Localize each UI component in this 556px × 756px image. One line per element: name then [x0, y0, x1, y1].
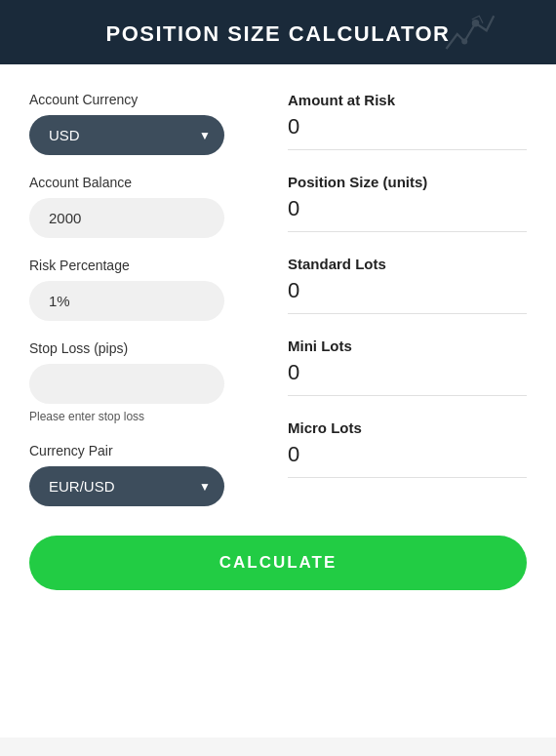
- standard-lots-value: 0: [288, 278, 527, 303]
- header-decoration-icon: [439, 10, 497, 59]
- standard-lots-label: Standard Lots: [288, 256, 527, 272]
- svg-point-1: [461, 39, 467, 45]
- position-size-label: Position Size (units): [288, 174, 527, 190]
- account-balance-group: Account Balance: [29, 175, 268, 238]
- calculate-button[interactable]: CALCULATE: [29, 536, 527, 590]
- main-content: Account Currency USD EUR GBP JPY ▼ Accou…: [0, 64, 556, 737]
- account-currency-select[interactable]: USD EUR GBP JPY: [29, 115, 224, 155]
- amount-at-risk-label: Amount at Risk: [288, 92, 527, 108]
- account-balance-input[interactable]: [29, 198, 224, 238]
- risk-percentage-group: Risk Percentage: [29, 258, 268, 321]
- mini-lots-label: Mini Lots: [288, 338, 527, 354]
- risk-percentage-label: Risk Percentage: [29, 258, 268, 273]
- stop-loss-input[interactable]: [29, 364, 224, 404]
- micro-lots-label: Micro Lots: [288, 419, 527, 436]
- currency-pair-group: Currency Pair EUR/USD GBP/USD USD/JPY AU…: [29, 443, 268, 506]
- amount-at-risk-value: 0: [288, 114, 527, 139]
- right-column: Amount at Risk 0 Position Size (units) 0…: [288, 92, 527, 526]
- currency-pair-wrapper: EUR/USD GBP/USD USD/JPY AUD/USD ▼: [29, 466, 224, 506]
- risk-percentage-input[interactable]: [29, 281, 224, 321]
- micro-lots-value: 0: [288, 442, 527, 467]
- account-balance-label: Account Balance: [29, 175, 268, 190]
- mini-lots-value: 0: [288, 360, 527, 385]
- position-size-row: Position Size (units) 0: [288, 174, 527, 232]
- app-header: POSITION SIZE CALCULATOR: [0, 0, 556, 64]
- account-currency-wrapper: USD EUR GBP JPY ▼: [29, 115, 224, 155]
- position-size-value: 0: [288, 196, 527, 221]
- micro-lots-row: Micro Lots 0: [288, 419, 527, 478]
- stop-loss-error: Please enter stop loss: [29, 410, 268, 423]
- svg-point-0: [472, 20, 480, 27]
- currency-pair-label: Currency Pair: [29, 443, 268, 458]
- account-currency-label: Account Currency: [29, 92, 268, 107]
- amount-at-risk-row: Amount at Risk 0: [288, 92, 527, 150]
- account-currency-group: Account Currency USD EUR GBP JPY ▼: [29, 92, 268, 155]
- stop-loss-label: Stop Loss (pips): [29, 340, 268, 356]
- left-column: Account Currency USD EUR GBP JPY ▼ Accou…: [29, 92, 268, 526]
- main-grid: Account Currency USD EUR GBP JPY ▼ Accou…: [29, 92, 527, 526]
- standard-lots-row: Standard Lots 0: [288, 256, 527, 314]
- mini-lots-row: Mini Lots 0: [288, 338, 527, 396]
- stop-loss-group: Stop Loss (pips) Please enter stop loss: [29, 340, 268, 423]
- page-title: POSITION SIZE CALCULATOR: [106, 21, 451, 46]
- currency-pair-select[interactable]: EUR/USD GBP/USD USD/JPY AUD/USD: [29, 466, 224, 506]
